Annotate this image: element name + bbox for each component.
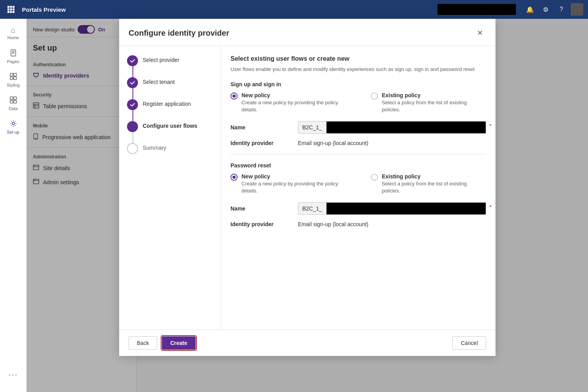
more-icon: ··· [8,370,18,380]
password-reset-identity-provider-label: Identity provider [230,221,293,227]
sidebar-item-styling-label: Styling [7,83,20,87]
sign-up-existing-policy-label: Existing policy [382,92,486,98]
svg-rect-3 [7,9,9,11]
sidebar-item-home[interactable]: ⌂ Home [2,22,25,44]
password-reset-name-input[interactable] [326,202,486,215]
bell-icon[interactable]: 🔔 [524,3,536,16]
svg-rect-1 [10,6,12,8]
password-reset-new-policy-desc: Create a new policy by providing the pol… [241,180,355,194]
step-label-select-provider: Select provider [143,55,179,63]
svg-rect-2 [13,6,15,8]
sidebar-item-styling[interactable]: Styling [2,69,25,91]
password-reset-existing-policy-radio[interactable] [371,174,378,181]
step-select-provider: Select provider [127,55,213,66]
sidebar-item-data-label: Data [9,106,18,111]
sidebar-item-setup[interactable]: Set up [2,116,25,138]
password-reset-existing-policy-desc: Select a policy from the list of existin… [382,180,486,194]
step-summary: Summary [127,143,213,154]
sign-up-radio-group: New policy Create a new policy by provid… [230,92,486,113]
sign-up-identity-provider-field-row: Identity provider Email sign-up (local a… [230,140,486,146]
modal-body: Select provider Select tenant [119,46,495,330]
sign-up-existing-policy-desc: Select a policy from the list of existin… [382,99,486,113]
step-connector-2 [132,88,133,99]
sign-up-identity-provider-value: Email sign-up (local account) [298,140,486,146]
step-register-application: Register application [127,99,213,110]
modal-close-button[interactable]: ✕ [474,27,486,39]
sign-up-name-input[interactable] [326,121,486,134]
sign-up-identity-provider-label: Identity provider [230,140,293,146]
sign-up-name-required: * [490,123,492,129]
password-reset-new-policy-label: New policy [241,173,355,180]
help-icon[interactable]: ? [555,3,568,16]
sign-up-section-title: Sign up and sign in [230,81,486,87]
user-avatar[interactable] [571,3,583,16]
app-body: ⌂ Home Pages Styling [0,19,588,392]
svg-rect-18 [14,97,16,100]
sidebar-item-home-label: Home [7,35,19,40]
step-circle-select-tenant [127,77,138,88]
sign-up-name-label: Name [230,124,293,131]
wizard-content: Select existing user flows or create new… [221,46,495,330]
svg-rect-17 [10,97,13,100]
step-connector-1 [132,66,133,77]
password-reset-existing-policy-label: Existing policy [382,173,486,180]
settings-icon[interactable]: ⚙ [539,3,552,16]
password-reset-name-field-row: Name B2C_1_ * [230,202,486,215]
svg-rect-20 [14,100,16,103]
wizard-section-desc: User flows enable you to define and modi… [230,65,486,73]
sign-up-name-field-row: Name B2C_1_ * [230,121,486,134]
step-select-tenant: Select tenant [127,77,213,88]
password-reset-name-input-group: B2C_1_ * [298,202,486,215]
create-button[interactable]: Create [162,336,196,350]
main-content: Configure identity provider ✕ [136,19,588,392]
sign-up-existing-policy-radio[interactable] [371,93,378,100]
sidebar-item-pages-label: Pages [7,59,19,64]
modal-backdrop: Configure identity provider ✕ [27,19,588,392]
section-divider [230,154,486,154]
step-circle-select-provider [127,55,138,66]
password-reset-existing-policy-option[interactable]: Existing policy Select a policy from the… [371,173,486,194]
password-reset-new-policy-radio[interactable] [230,174,238,181]
search-box[interactable] [437,4,516,15]
step-circle-register-app [127,99,138,110]
sidebar-item-setup-label: Set up [7,130,20,134]
svg-rect-19 [10,100,13,103]
step-connector-4 [132,132,133,143]
svg-rect-9 [11,50,16,56]
cancel-button[interactable]: Cancel [452,336,486,350]
sign-up-new-policy-radio[interactable] [230,93,238,100]
styling-icon [10,73,17,82]
setup-icon [10,120,17,129]
sign-up-new-policy-label: New policy [241,92,355,98]
svg-rect-7 [10,11,12,13]
sign-up-name-prefix: B2C_1_ [298,121,326,134]
wizard-steps: Select provider Select tenant [119,46,221,330]
step-circle-summary [127,143,138,154]
waffle-menu-icon[interactable] [5,3,17,16]
topbar: Portals Preview 🔔 ⚙ ? [0,0,588,19]
svg-rect-16 [14,77,16,80]
pages-icon [10,49,17,58]
modal-footer: Back Create Cancel [119,330,495,356]
step-configure-user-flows: Configure user flows [127,121,213,132]
sign-up-name-input-group: B2C_1_ * [298,121,486,134]
password-reset-name-prefix: B2C_1_ [298,202,326,215]
step-label-select-tenant: Select tenant [143,77,175,85]
svg-rect-15 [10,77,13,80]
wizard-section-title: Select existing user flows or create new [230,55,486,62]
sidebar-item-pages[interactable]: Pages [2,45,25,67]
svg-rect-4 [10,9,12,11]
password-reset-new-policy-option[interactable]: New policy Create a new policy by provid… [230,173,355,194]
sidebar-item-data[interactable]: Data [2,93,25,114]
modal-header: Configure identity provider ✕ [119,19,495,46]
password-reset-radio-group: New policy Create a new policy by provid… [230,173,486,194]
configure-identity-provider-modal: Configure identity provider ✕ [119,19,495,356]
svg-rect-13 [10,73,13,76]
sign-up-new-policy-option[interactable]: New policy Create a new policy by provid… [230,92,355,113]
password-reset-name-label: Name [230,205,293,212]
step-label-summary: Summary [143,143,166,151]
sidebar-item-more[interactable]: ··· [2,364,25,386]
back-button[interactable]: Back [129,336,157,350]
step-circle-user-flows [127,121,138,132]
sign-up-existing-policy-option[interactable]: Existing policy Select a policy from the… [371,92,486,113]
